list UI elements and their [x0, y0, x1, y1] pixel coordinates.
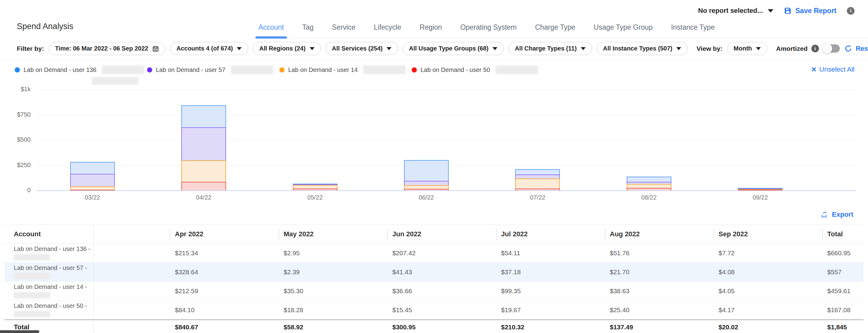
bar-segment-lab-on-demand-user-14[interactable]	[627, 184, 671, 188]
bar-08-22[interactable]	[627, 176, 671, 190]
tab-account[interactable]: Account	[257, 20, 285, 38]
info-icon[interactable]: i	[811, 45, 819, 52]
info-icon[interactable]: i	[847, 7, 855, 15]
filter-pill-time-06-mar-2022-06-sep-2022[interactable]: Time: 06 Mar 2022 - 06 Sep 2022	[49, 42, 165, 55]
export-row: Export	[0, 205, 868, 220]
filter-pill-all-regions-24[interactable]: All Regions (24)	[253, 42, 321, 55]
tab-lifecycle[interactable]: Lifecycle	[373, 20, 402, 38]
bar-slot-08-22	[593, 89, 705, 190]
unselect-all-button[interactable]: × Unselect All	[811, 66, 855, 73]
bar-09-22[interactable]	[738, 188, 782, 191]
bar-05-22[interactable]	[293, 184, 338, 190]
total-value-cell: $20.02	[714, 320, 823, 333]
amortized-label: Amortized	[776, 45, 808, 52]
bar-segment-lab-on-demand-user-50[interactable]	[293, 189, 338, 190]
bar-segment-lab-on-demand-user-50[interactable]	[404, 189, 449, 190]
redacted-text	[92, 77, 138, 85]
value-cell: $2.95	[279, 244, 388, 263]
spacer-cell	[93, 263, 170, 281]
report-selector-dropdown[interactable]: No report selected...	[698, 7, 773, 15]
bar-segment-lab-on-demand-user-50[interactable]	[515, 189, 560, 191]
y-axis-tick-label: 0	[0, 187, 31, 194]
filter-pill-all-charge-types-11[interactable]: All Charge Types (11)	[508, 42, 592, 55]
legend-item-lab-on-demand-user-14[interactable]: Lab on Demand - user 14	[279, 66, 412, 74]
value-cell: $38.63	[605, 281, 714, 301]
amortized-toggle[interactable]	[823, 44, 840, 53]
redacted-text	[231, 66, 273, 74]
value-cell: $215.34	[170, 244, 279, 263]
tab-charge-type[interactable]: Charge Type	[534, 20, 577, 38]
value-cell: $25.40	[605, 301, 714, 320]
column-header-sep-2022: Sep 2022	[714, 225, 823, 244]
x-axis-tick-label: 07/22	[482, 194, 593, 201]
bar-segment-lab-on-demand-user-136[interactable]	[515, 169, 560, 175]
bar-04-22[interactable]	[181, 105, 226, 190]
column-header-account: Account	[5, 225, 93, 244]
bar-segment-lab-on-demand-user-50[interactable]	[627, 188, 671, 190]
bar-segment-lab-on-demand-user-57[interactable]	[627, 182, 671, 184]
gridline	[37, 190, 856, 191]
value-cell: $18.28	[279, 301, 388, 320]
bar-segment-lab-on-demand-user-57[interactable]	[404, 181, 449, 185]
bar-segment-lab-on-demand-user-14[interactable]	[181, 160, 226, 182]
legend-item-lab-on-demand-user-50[interactable]: Lab on Demand - user 50	[412, 66, 544, 74]
bar-slot-05-22	[259, 89, 371, 190]
report-selector-value: No report selected...	[698, 7, 763, 15]
value-cell: $21.70	[605, 263, 714, 281]
bar-segment-lab-on-demand-user-57[interactable]	[515, 174, 560, 178]
bar-segment-lab-on-demand-user-14[interactable]	[515, 178, 560, 189]
bar-segment-lab-on-demand-user-50[interactable]	[70, 190, 115, 190]
column-header-jul-2022: Jul 2022	[496, 225, 605, 244]
view-by-value: Month	[734, 45, 752, 52]
bar-06-22[interactable]	[404, 160, 449, 190]
account-cell: Lab on Demand - user 50 -	[5, 301, 93, 320]
redacted-text	[363, 66, 405, 74]
filter-pill-accounts-4-of-674[interactable]: Accounts 4 (of 674)	[170, 42, 248, 55]
value-cell: $36.66	[388, 281, 496, 301]
value-cell: $459.61	[823, 281, 863, 301]
stacked-bar-chart: $1k$750$500$250003/2204/2205/2206/2207/2…	[0, 85, 868, 205]
bar-slot-06-22	[371, 89, 482, 190]
bar-segment-lab-on-demand-user-50[interactable]	[181, 182, 226, 190]
tab-operating-system[interactable]: Operating System	[459, 20, 518, 38]
bar-segment-lab-on-demand-user-14[interactable]	[293, 185, 338, 189]
filter-pill-label: All Instance Types (507)	[603, 45, 672, 52]
bar-segment-lab-on-demand-user-14[interactable]	[70, 187, 115, 190]
value-cell: $54.11	[496, 244, 605, 263]
save-report-button[interactable]: Save Report	[784, 7, 836, 15]
legend-item-lab-on-demand-user-57[interactable]: Lab on Demand - user 57	[147, 66, 279, 74]
bar-segment-lab-on-demand-user-14[interactable]	[404, 185, 449, 189]
bar-segment-lab-on-demand-user-57[interactable]	[181, 127, 226, 161]
x-axis-tick-label: 04/22	[148, 194, 259, 201]
legend-item-lab-on-demand-user-136[interactable]: Lab on Demand - user 136	[15, 66, 147, 74]
bar-03-22[interactable]	[70, 162, 115, 190]
bar-segment-lab-on-demand-user-50[interactable]	[738, 190, 782, 190]
bar-segment-lab-on-demand-user-136[interactable]	[70, 162, 115, 174]
bar-07-22[interactable]	[515, 169, 560, 190]
account-name: Lab on Demand - user 50 -	[14, 302, 92, 309]
filter-pills: Time: 06 Mar 2022 - 06 Sep 2022Accounts …	[49, 42, 688, 55]
export-button[interactable]: Export	[821, 210, 853, 219]
view-by-dropdown[interactable]: Month	[727, 42, 767, 55]
total-value-cell: $58.92	[279, 320, 388, 333]
redacted-text	[14, 311, 50, 318]
x-axis-tick-label: 06/22	[371, 194, 482, 201]
bar-segment-lab-on-demand-user-57[interactable]	[70, 174, 115, 187]
tab-service[interactable]: Service	[331, 20, 357, 38]
tab-region[interactable]: Region	[418, 20, 443, 38]
horizontal-scrollbar-thumb[interactable]	[0, 330, 39, 333]
tab-usage-type-group[interactable]: Usage Type Group	[592, 20, 654, 38]
value-cell: $212.59	[170, 281, 279, 301]
filter-pill-all-usage-type-groups-68[interactable]: All Usage Type Groups (68)	[402, 42, 504, 55]
tab-instance-type[interactable]: Instance Type	[670, 20, 716, 38]
reset-filters-button[interactable]: Reset Filters	[844, 45, 868, 53]
tab-tag[interactable]: Tag	[301, 20, 315, 38]
bar-segment-lab-on-demand-user-136[interactable]	[404, 160, 449, 181]
filter-pill-all-instance-types-507[interactable]: All Instance Types (507)	[597, 42, 688, 55]
bar-segment-lab-on-demand-user-136[interactable]	[181, 105, 226, 127]
filter-pill-all-services-254[interactable]: All Services (254)	[326, 42, 398, 55]
value-cell: $35.30	[279, 281, 388, 301]
redacted-text	[496, 66, 538, 74]
bar-segment-lab-on-demand-user-136[interactable]	[627, 176, 671, 182]
value-cell: $207.42	[388, 244, 496, 263]
